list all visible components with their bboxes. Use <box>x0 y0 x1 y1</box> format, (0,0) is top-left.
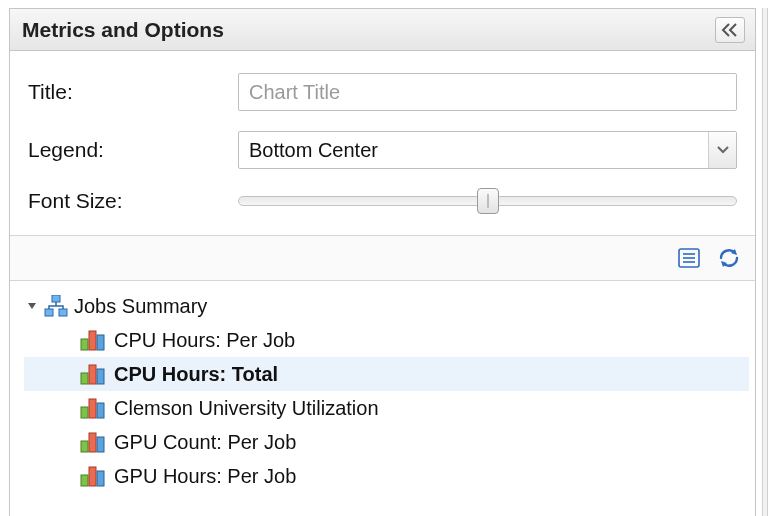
right-splitter[interactable] <box>762 8 768 516</box>
svg-marker-6 <box>28 303 36 309</box>
chevron-down-icon <box>717 146 729 154</box>
tree-item-label: GPU Count: Per Job <box>114 431 296 454</box>
bar-chart-icon <box>80 329 106 351</box>
tree-item-label: GPU Hours: Per Job <box>114 465 296 488</box>
svg-rect-23 <box>89 467 96 486</box>
svg-rect-18 <box>97 403 104 418</box>
metrics-tree: Jobs Summary CPU Hours: Per Job CPU Hour… <box>10 281 755 516</box>
metrics-options-panel: Metrics and Options Title: Legend: Botto… <box>9 8 756 516</box>
list-icon <box>678 248 700 268</box>
svg-rect-21 <box>97 437 104 452</box>
svg-rect-7 <box>52 295 60 302</box>
double-chevron-left-icon <box>721 23 739 37</box>
svg-rect-9 <box>59 309 67 316</box>
bar-chart-icon <box>80 363 106 385</box>
panel-title: Metrics and Options <box>22 18 224 42</box>
list-button[interactable] <box>675 244 703 272</box>
svg-rect-19 <box>81 441 88 452</box>
tree-item[interactable]: GPU Count: Per Job <box>24 425 749 459</box>
refresh-button[interactable] <box>715 244 743 272</box>
tree-item[interactable]: CPU Hours: Total <box>24 357 749 391</box>
bar-chart-icon <box>80 431 106 453</box>
font-size-row: Font Size: <box>28 189 737 213</box>
tree-toolbar <box>10 235 755 281</box>
slider-thumb[interactable] <box>477 188 499 214</box>
title-label: Title: <box>28 80 238 104</box>
svg-rect-16 <box>81 407 88 418</box>
bar-chart-icon <box>80 397 106 419</box>
svg-rect-14 <box>89 365 96 384</box>
svg-rect-10 <box>81 339 88 350</box>
svg-rect-20 <box>89 433 96 452</box>
legend-select[interactable]: Bottom Center <box>238 131 737 169</box>
panel-header: Metrics and Options <box>10 9 755 51</box>
legend-label: Legend: <box>28 138 238 162</box>
hierarchy-icon <box>44 295 68 317</box>
legend-select-trigger[interactable] <box>708 132 736 168</box>
tree-item-label: CPU Hours: Per Job <box>114 329 295 352</box>
legend-row: Legend: Bottom Center <box>28 131 737 169</box>
tree-item[interactable]: GPU Hours: Per Job <box>24 459 749 493</box>
svg-rect-22 <box>81 475 88 486</box>
tree-root-label: Jobs Summary <box>74 295 207 318</box>
tree-item-label: CPU Hours: Total <box>114 363 278 386</box>
svg-rect-15 <box>97 369 104 384</box>
tree-item-label: Clemson University Utilization <box>114 397 379 420</box>
collapse-button[interactable] <box>715 17 745 43</box>
svg-rect-24 <box>97 471 104 486</box>
tree-root[interactable]: Jobs Summary <box>24 289 749 323</box>
bar-chart-icon <box>80 465 106 487</box>
tree-item[interactable]: CPU Hours: Per Job <box>24 323 749 357</box>
svg-rect-11 <box>89 331 96 350</box>
svg-rect-8 <box>45 309 53 316</box>
collapse-arrow-icon[interactable] <box>26 300 38 312</box>
refresh-icon <box>717 247 741 269</box>
title-row: Title: <box>28 73 737 111</box>
font-size-label: Font Size: <box>28 189 238 213</box>
legend-select-value: Bottom Center <box>239 139 708 162</box>
font-size-slider[interactable] <box>238 189 737 213</box>
title-input[interactable] <box>238 73 737 111</box>
svg-rect-17 <box>89 399 96 418</box>
svg-rect-12 <box>97 335 104 350</box>
svg-rect-13 <box>81 373 88 384</box>
tree-item[interactable]: Clemson University Utilization <box>24 391 749 425</box>
options-form: Title: Legend: Bottom Center Font Size: <box>10 51 755 235</box>
